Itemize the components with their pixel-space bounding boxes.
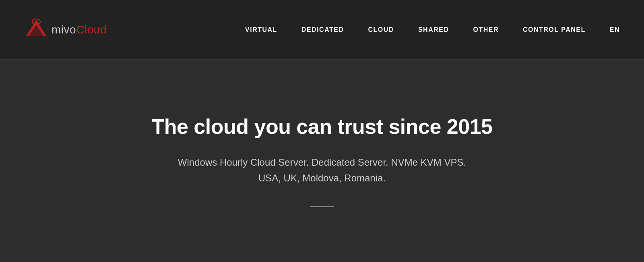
nav-link-dedicated[interactable]: DEDICATED [301,26,344,33]
nav-item-control-panel[interactable]: CONTROL PANEL [523,26,586,33]
nav-link-control-panel[interactable]: CONTROL PANEL [523,26,586,33]
hero-subtitle-line1: Windows Hourly Cloud Server. Dedicated S… [178,157,466,168]
nav-links: VIRTUAL DEDICATED CLOUD SHARED OTHER CON… [245,26,620,33]
navbar: mivoCloud VIRTUAL DEDICATED CLOUD SHARED… [0,0,644,60]
nav-link-other[interactable]: OTHER [473,26,499,33]
hero-subtitle-line2: USA, UK, Moldova, Romania. [258,173,386,183]
nav-item-shared[interactable]: SHARED [418,26,449,33]
nav-link-lang[interactable]: EN [610,26,620,33]
logo-cloud: Cloud [76,23,107,36]
nav-item-lang[interactable]: EN [610,26,620,33]
nav-link-cloud[interactable]: CLOUD [368,26,394,33]
nav-link-virtual[interactable]: VIRTUAL [245,26,277,33]
nav-item-cloud[interactable]: CLOUD [368,26,394,33]
logo-link[interactable]: mivoCloud [24,18,107,42]
nav-item-virtual[interactable]: VIRTUAL [245,26,277,33]
hero-subtitle: Windows Hourly Cloud Server. Dedicated S… [178,155,466,186]
logo-icon [24,18,48,42]
nav-item-other[interactable]: OTHER [473,26,499,33]
logo-mivo: mivo [52,23,76,36]
hero-title: The cloud you can trust since 2015 [151,114,492,139]
hero-section: The cloud you can trust since 2015 Windo… [0,60,644,262]
logo-text: mivoCloud [52,23,107,36]
nav-link-shared[interactable]: SHARED [418,26,449,33]
nav-item-dedicated[interactable]: DEDICATED [301,26,344,33]
hero-divider [310,206,334,207]
